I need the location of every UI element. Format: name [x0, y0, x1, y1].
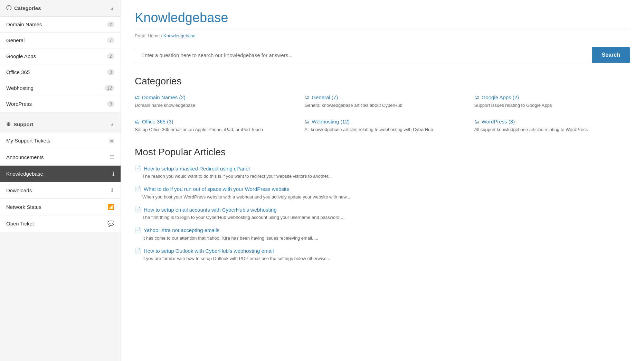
category-wordpress-link[interactable]: WordPress (3): [482, 119, 515, 124]
chevron-up-icon-support: ▲: [110, 122, 114, 127]
articles-section-title: Most Popular Articles: [135, 147, 630, 158]
sidebar-item-knowledgebase[interactable]: Knowledgebase ℹ: [0, 166, 121, 182]
categories-grid: 🗂 Domain Names (2) Domain name knowledge…: [135, 94, 630, 133]
article-link-0[interactable]: How to setup a masked Redirect using cPa…: [144, 166, 250, 172]
sidebar: ⓘ Categories ▲ Domain Names 2 General 7 …: [0, 0, 121, 361]
doc-icon-1: 📄: [135, 186, 141, 192]
doc-icon-2: 📄: [135, 206, 141, 213]
article-desc-1: When you host your WordPress website wit…: [142, 194, 630, 201]
article-desc-2: The first thing is to login to your Cybe…: [142, 214, 630, 221]
category-webhosting-desc: All knowledgebase articles relating to w…: [304, 126, 460, 133]
globe-icon: ⊕: [6, 121, 11, 127]
info-icon: ⓘ: [6, 5, 11, 11]
sidebar-item-network-status[interactable]: Network Status 📶: [0, 199, 121, 215]
search-input[interactable]: [135, 47, 592, 63]
article-item-1: 📄 What to do if you run out of space wit…: [135, 186, 630, 201]
sidebar-category-wordpress[interactable]: WordPress 3: [0, 96, 121, 112]
page-title: Knowledgebase: [135, 10, 630, 25]
folder-icon-5: 🗂: [304, 119, 310, 124]
category-webhosting-link[interactable]: Webhosting (12): [312, 119, 350, 124]
folder-icon-6: 🗂: [474, 119, 480, 124]
article-item-2: 📄 How to setup email accounts with Cyber…: [135, 206, 630, 221]
breadcrumb: Portal Home / Knowledgebase: [135, 33, 630, 38]
articles-list: 📄 How to setup a masked Redirect using c…: [135, 165, 630, 262]
signal-icon: 📶: [107, 204, 114, 210]
doc-icon-4: 📄: [135, 248, 141, 254]
sidebar-category-general[interactable]: General 7: [0, 33, 121, 48]
article-link-2[interactable]: How to setup email accounts with CyberHu…: [144, 207, 277, 213]
sidebar-support-label: Support: [13, 121, 34, 127]
article-desc-4: If you are familar with how to setup Out…: [142, 255, 630, 262]
category-domain-names-link[interactable]: Domain Names (2): [142, 94, 186, 100]
article-item-4: 📄 How to setup Outlook with CyberHub's w…: [135, 248, 630, 262]
category-general: 🗂 General (7) General knowledgebase arti…: [304, 94, 460, 109]
download-icon: ⬇: [110, 187, 114, 194]
category-wordpress: 🗂 WordPress (3) All support knowledgebas…: [474, 119, 630, 133]
category-office365: 🗂 Office 365 (3) Set up Office 365 email…: [135, 119, 291, 133]
sidebar-item-open-ticket[interactable]: Open Ticket 💬: [0, 215, 121, 232]
article-desc-3: It has come to our attention that Yahoo!…: [142, 235, 630, 242]
category-domain-names-desc: Domain name knowledgebase: [135, 102, 291, 109]
category-office365-desc: Set up Office 365 email on an Apple iPho…: [135, 126, 291, 133]
article-link-3[interactable]: Yahoo! Xtra not accepting emails: [144, 227, 219, 233]
chevron-up-icon: ▲: [110, 6, 114, 11]
info-circle-icon: ℹ: [112, 170, 114, 177]
article-desc-0: The reason you would want to do this is …: [142, 173, 630, 180]
ticket-icon: ▣: [109, 137, 114, 144]
sidebar-category-webhosting[interactable]: Webhosting 12: [0, 80, 121, 96]
sidebar-item-announcements[interactable]: Announcements ☰: [0, 149, 121, 166]
category-domain-names: 🗂 Domain Names (2) Domain name knowledge…: [135, 94, 291, 109]
folder-icon-3: 🗂: [474, 94, 480, 100]
sidebar-category-google-apps[interactable]: Google Apps 2: [0, 48, 121, 64]
category-general-desc: General knowledgebase articles about Cyb…: [304, 102, 460, 109]
doc-icon-3: 📄: [135, 227, 141, 233]
article-item-0: 📄 How to setup a masked Redirect using c…: [135, 165, 630, 180]
search-button[interactable]: Search: [592, 47, 630, 63]
category-google-apps-desc: Support issues relating to Google Apps: [474, 102, 630, 109]
category-office365-link[interactable]: Office 365 (3): [142, 119, 173, 124]
doc-icon-0: 📄: [135, 165, 141, 172]
article-link-1[interactable]: What to do if you run out of space with …: [144, 186, 290, 192]
breadcrumb-home[interactable]: Portal Home: [135, 33, 160, 38]
category-google-apps-link[interactable]: Google Apps (2): [482, 94, 519, 100]
article-link-4[interactable]: How to setup Outlook with CyberHub's web…: [144, 248, 274, 254]
sidebar-category-office365[interactable]: Office 365 3: [0, 64, 121, 80]
sidebar-categories-header[interactable]: ⓘ Categories ▲: [0, 0, 121, 17]
title-divider: [135, 28, 630, 28]
chat-icon: 💬: [107, 220, 114, 227]
sidebar-support-header[interactable]: ⊕ Support ▲: [0, 116, 121, 132]
category-general-link[interactable]: General (7): [312, 94, 338, 100]
folder-icon-2: 🗂: [304, 94, 310, 100]
categories-section-title: Categories: [135, 76, 630, 87]
article-item-3: 📄 Yahoo! Xtra not accepting emails It ha…: [135, 227, 630, 242]
sidebar-categories-label: Categories: [14, 5, 41, 11]
category-google-apps: 🗂 Google Apps (2) Support issues relatin…: [474, 94, 630, 109]
category-webhosting: 🗂 Webhosting (12) All knowledgebase arti…: [304, 119, 460, 133]
sidebar-category-domain-names[interactable]: Domain Names 2: [0, 17, 121, 33]
breadcrumb-current: Knowledgebase: [163, 33, 196, 38]
sidebar-item-support-tickets[interactable]: My Support Tickets ▣: [0, 132, 121, 149]
search-bar: Search: [135, 47, 630, 63]
folder-icon-4: 🗂: [135, 119, 140, 124]
category-wordpress-desc: All support knowledgebase articles relat…: [474, 126, 630, 133]
folder-icon: 🗂: [135, 94, 140, 100]
sidebar-item-downloads[interactable]: Downloads ⬇: [0, 182, 121, 199]
main-content: Knowledgebase Portal Home / Knowledgebas…: [121, 0, 644, 361]
list-icon: ☰: [110, 154, 114, 160]
